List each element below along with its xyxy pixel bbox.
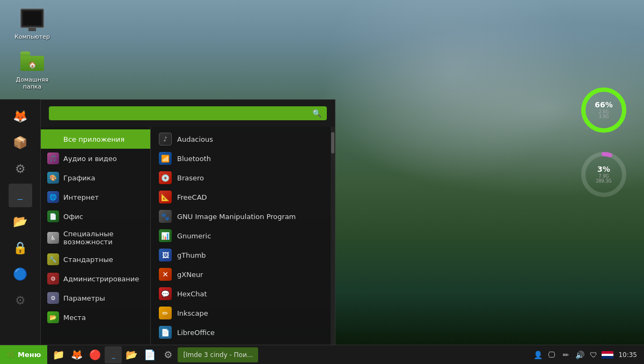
category-all-label: Все приложения [63,135,125,143]
libreoffice-label: LibreOffice [177,329,215,337]
admin-icon: ⚙ [47,273,59,285]
ram-chart: 66% 2.6G 3.9G [580,86,628,134]
category-graphics[interactable]: 🎨 Графика [41,168,150,187]
taskbar: 🌿 Меню 📁 🦊 🔴 _ 📂 📄 ⚙ [Imde 3 cindy - Пои… [0,345,644,364]
category-list: Все приложения 🎵 Аудио и видео 🎨 Графика… [41,127,151,352]
app-gnumeric[interactable]: 📊 Gnumeric [151,226,331,245]
home-folder-icon[interactable]: 🏠 Домашняя папка [11,48,54,90]
standard-icon: 🔧 [47,253,59,265]
tray-user-icon[interactable]: 👤 [532,349,544,361]
start-button[interactable]: 🌿 Меню [0,345,47,364]
audacious-icon: ♪ [159,133,172,145]
computer-icon-label: Компьютер [14,33,50,40]
category-admin-label: Администрирование [63,275,139,283]
app-hexchat[interactable]: 💬 HexChat [151,284,331,303]
category-places-label: Места [63,314,86,322]
panel-firefox-btn[interactable]: 🦊 [9,105,32,128]
graphics-icon: 🎨 [47,172,59,184]
category-settings-label: Параметры [63,294,105,302]
computer-icon[interactable]: Компьютер [11,5,54,40]
search-icon[interactable]: 🔍 [312,109,321,118]
libreoffice-icon: 📄 [159,326,172,339]
tray-pen-icon[interactable]: ✏ [560,349,572,361]
app-audacious[interactable]: ♪ Audacious [151,129,331,149]
taskbar-folder-btn[interactable]: 📂 [123,346,140,363]
ram-used: 2.6G [599,110,609,115]
menu-content: Все приложения 🎵 Аудио и видео 🎨 Графика… [41,127,335,352]
desktop-icons: Компьютер 🏠 Домашняя папка [11,5,54,91]
disk-percent: 3% [597,165,610,174]
ram-percent: 66% [595,100,613,110]
taskbar-terminal-btn[interactable]: _ [105,346,122,363]
taskbar-firefox-btn[interactable]: 🦊 [68,346,85,363]
gthumb-label: gThumb [177,251,206,259]
category-standard[interactable]: 🔧 Стандартные [41,250,150,269]
apps-list: ♪ Audacious 📶 Bluetooth 💿 Brasero 📐 [151,127,331,352]
category-all[interactable]: Все приложения [41,129,150,149]
panel-folder-btn[interactable]: 📂 [9,210,32,234]
start-icon: 🌿 [6,351,15,359]
app-libreoffice[interactable]: 📄 LibreOffice [151,323,331,342]
tray-language-flag[interactable] [602,351,613,359]
taskbar-doc-btn[interactable]: 📄 [141,346,158,363]
left-panel: 🦊 📦 ⚙ _ 📂 🔒 🔵 ⚙ [0,99,40,352]
app-brasero[interactable]: 💿 Brasero [151,168,331,187]
hexchat-icon: 💬 [159,287,172,300]
tray-screen-icon[interactable]: 🖵 [546,349,558,361]
app-inkscape[interactable]: ✏ Inkscape [151,303,331,323]
taskbar-items: 📁 🦊 🔴 _ 📂 📄 ⚙ [Imde 3 cindy - Пои... [47,346,528,363]
system-charts: 66% 2.6G 3.9G 3% 7.9G 289.3G [580,86,628,199]
category-admin[interactable]: ⚙ Администрирование [41,269,150,288]
all-apps-icon [47,133,59,145]
inkscape-icon: ✏ [159,307,172,319]
app-bluetooth[interactable]: 📶 Bluetooth [151,149,331,168]
panel-system-btn[interactable]: ⚙ [9,289,32,312]
category-standard-label: Стандартные [63,256,113,264]
app-gimp[interactable]: 🐾 GNU Image Manipulation Program [151,207,331,226]
app-gxneur[interactable]: ✕ gXNeur [151,265,331,284]
taskbar-yandex-btn[interactable]: 🔴 [86,346,104,363]
category-internet[interactable]: 🌐 Интернет [41,187,150,207]
panel-files-btn[interactable]: 📦 [9,131,32,155]
app-menu: 🔍 Все приложения 🎵 Аудио и видео 🎨 Графи… [40,99,335,353]
active-window-button[interactable]: [Imde 3 cindy - Пои... [178,347,258,362]
hexchat-label: HexChat [177,290,207,298]
category-office-label: Офис [63,213,83,221]
category-accessibility[interactable]: ♿ Специальные возможности [41,226,150,250]
disk-used: 7.9G [599,174,609,179]
brasero-label: Brasero [177,174,204,182]
menu-search-area: 🔍 [41,100,335,127]
places-icon: 📂 [47,311,59,323]
home-folder-label: Домашняя папка [11,76,54,90]
app-gthumb[interactable]: 🖼 gThumb [151,245,331,265]
apps-scrollbar[interactable] [331,127,335,352]
system-tray: 👤 🖵 ✏ 🔊 🛡 10:35 [528,345,644,364]
bluetooth-label: Bluetooth [177,155,211,163]
category-places[interactable]: 📂 Места [41,308,150,327]
tray-shield-icon[interactable]: 🛡 [588,349,599,361]
scrollbar-thumb[interactable] [331,132,334,154]
taskbar-settings-btn[interactable]: ⚙ [159,346,177,363]
search-bar[interactable]: 🔍 [49,106,327,120]
panel-lock-btn[interactable]: 🔒 [9,236,32,260]
category-audio[interactable]: 🎵 Аудио и видео [41,149,150,168]
gxneur-icon: ✕ [159,268,172,281]
panel-settings-btn[interactable]: ⚙ [9,157,32,181]
disk-chart: 3% 7.9G 289.3G [580,150,628,199]
panel-terminal-btn[interactable]: _ [9,184,32,207]
panel-privacy-btn[interactable]: 🔵 [9,263,32,286]
category-settings[interactable]: ⚙ Параметры [41,288,150,308]
category-graphics-label: Графика [63,174,96,182]
app-freecad[interactable]: 📐 FreeCAD [151,187,331,207]
category-office[interactable]: 📄 Офис [41,207,150,226]
gimp-icon: 🐾 [159,210,172,223]
office-icon: 📄 [47,210,59,222]
gthumb-icon: 🖼 [159,249,172,261]
taskbar-files-btn[interactable]: 📁 [50,346,67,363]
tray-volume-icon[interactable]: 🔊 [574,349,586,361]
gxneur-label: gXNeur [177,271,203,279]
freecad-icon: 📐 [159,191,172,203]
audio-icon: 🎵 [47,152,59,164]
search-input[interactable] [54,109,308,118]
start-label: Меню [18,351,41,359]
